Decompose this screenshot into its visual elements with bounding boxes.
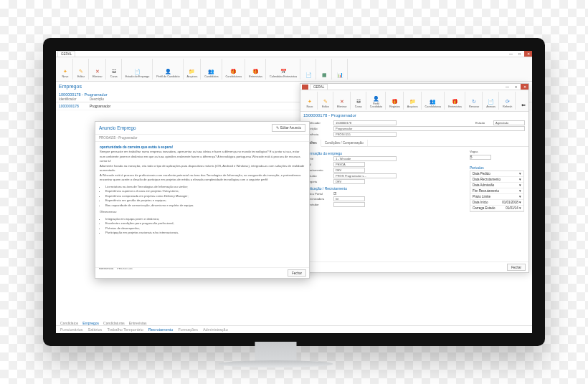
- Calendário
Entrevistas-icon: 📅: [280, 68, 287, 75]
- per-val: 01/01/2018 ▾: [502, 201, 521, 204]
- ribbon-lbl: Eliminar: [93, 76, 103, 79]
- icon-icon: 📄: [305, 72, 312, 79]
- ribbon-btn-12[interactable]: ▦: [319, 71, 329, 80]
- periodo-row[interactable]: Data Início01/01/2018 ▾: [470, 200, 523, 206]
- periodo-row[interactable]: Data Pedido ▾: [470, 171, 523, 177]
- periodo-row[interactable]: Prazo Limite ▾: [470, 194, 523, 200]
- min-button[interactable]: —: [507, 51, 515, 57]
- ribbon-btn-Candidatos[interactable]: 👥Candidatos: [204, 67, 219, 80]
- inp-cat[interactable]: DEV: [333, 179, 365, 184]
- ribbon-btn-Entrevistas[interactable]: 🎁Entrevistas: [248, 67, 263, 80]
- inp-cliente[interactable]: 1 - Wincode: [333, 156, 397, 161]
- ribbon-btn-Arquivos[interactable]: 📁Arquivos: [407, 97, 419, 110]
- chk-portal[interactable]: ☑: [333, 191, 336, 196]
- tab-condicoes[interactable]: Condições / Compensação: [321, 140, 368, 146]
- ribbon-btn-Perfil
do Candidato[interactable]: 👤Perfil do Candidato: [156, 67, 180, 80]
- ribbon-btn-12[interactable]: ⬅: [518, 101, 528, 110]
- popup-p2: Altamente focada na inovação, cria todo …: [100, 164, 305, 173]
- ribbon-lbl: Calendário Entrevistas: [270, 76, 297, 79]
- ribbon-btn-Editar[interactable]: ✎Editar: [76, 67, 86, 80]
- offer-list: Integração em equipa jovem e dinâmica;Ex…: [105, 217, 305, 236]
- inp-prof[interactable]: PROG Programador s...: [333, 173, 397, 178]
- inp-vagas[interactable]: 5: [470, 155, 491, 160]
- per-lbl: Fim Recrutamento: [473, 189, 499, 193]
- detail-window: GERAL — □ ✕ ✦Novo✎Editar✕Eliminar☳Caras👤…: [300, 83, 529, 273]
- per-lbl: Carrega Estado: [473, 206, 495, 210]
- per-lbl: Prazo Limite: [473, 195, 490, 198]
- fld-ref[interactable]: PROG#155: [333, 132, 397, 137]
- ribbon-btn-Entrevistas[interactable]: 🎁Entrevistas: [447, 97, 463, 110]
- inp-recrut[interactable]: [333, 202, 365, 207]
- ribbon-btn-Caras[interactable]: ☳Caras: [109, 67, 119, 80]
- ribbon-btn-Novo[interactable]: ✦Novo: [305, 97, 315, 110]
- per-h: Periodos: [470, 165, 524, 170]
- detail-min[interactable]: —: [503, 84, 511, 90]
- ribbon-btn-Renovar[interactable]: ↻Renovar: [468, 97, 480, 110]
- fld-id[interactable]: 1500000178: [333, 120, 397, 125]
- main-ribbon: ✦Novo✎Editar✕Eliminar☳Caras📄Estado do Em…: [56, 57, 532, 82]
- ribbon-btn-Perfil
Candidato[interactable]: 👤Perfil Candidato: [369, 95, 383, 110]
- detail-tab[interactable]: GERAL: [310, 84, 328, 90]
- title-tab[interactable]: GERAL: [57, 51, 75, 57]
- inp-local[interactable]: PESOA: [333, 162, 365, 167]
- row-id[interactable]: 1000000178: [59, 104, 87, 108]
- ribbon-btn-Refresh[interactable]: ⟳Refresh: [502, 97, 513, 110]
- ribbon-btn-Candidaturas[interactable]: 👥Candidaturas: [425, 97, 442, 110]
- ribbon-lbl: Registos: [389, 106, 400, 109]
- Caras-icon: ☳: [110, 68, 118, 75]
- Entrevistas-icon: 🎁: [452, 98, 459, 105]
- ribbon-btn-11[interactable]: 📄: [303, 71, 313, 80]
- Perfil
do Candidato-icon: 👤: [164, 68, 171, 75]
- ribbon-btn-Arquivos[interactable]: 📁Arquivos: [186, 67, 199, 80]
- edit-anuncio-button[interactable]: ✎Editar Anuncio: [272, 124, 305, 132]
- Editar-icon: ✎: [77, 68, 85, 75]
- fld-desc[interactable]: Programador: [333, 126, 525, 131]
- Candidatos-icon: 👥: [208, 68, 215, 75]
- edit-lbl: Editar Anuncio: [280, 126, 301, 130]
- nav-recrutamento[interactable]: Recrutamento: [148, 327, 174, 332]
- bottom-nav: Funcionários Salários Trabalho Temporári…: [56, 325, 532, 333]
- per-val: ▾: [519, 178, 521, 181]
- Registos-icon: 🎁: [391, 98, 398, 105]
- Candidaturas-icon: 🎁: [230, 68, 237, 75]
- main-titlebar: GERAL — □ ✕: [56, 51, 532, 57]
- ribbon-btn-Estado do
Emprego[interactable]: 📄Estado do Emprego: [125, 67, 151, 80]
- nav-trabalho[interactable]: Trabalho Temporário: [107, 327, 143, 332]
- ribbon-btn-Eliminar[interactable]: ✕Eliminar: [92, 67, 103, 80]
- ribbon-lbl: Candidaturas: [425, 106, 442, 109]
- ribbon-btn-Caras[interactable]: ☳Caras: [354, 97, 364, 110]
- detail-max[interactable]: □: [512, 84, 520, 90]
- ribbon-btn-Editar[interactable]: ✎Editar: [321, 97, 331, 110]
- detail-subtabs: Detalhes Condições / Compensação: [300, 140, 528, 147]
- detail-close[interactable]: ✕: [521, 84, 528, 90]
- popup-close-btn[interactable]: Fechar: [288, 269, 306, 277]
- ribbon-lbl: Eliminar: [337, 106, 347, 109]
- periodo-row[interactable]: Data Admissão ▾: [470, 183, 523, 188]
- max-button[interactable]: □: [516, 51, 523, 57]
- per-val: ▾: [519, 172, 521, 176]
- periodo-row[interactable]: Data Recrutamento ▾: [470, 177, 523, 183]
- detail-close-btn[interactable]: Fechar: [507, 264, 526, 271]
- close-button[interactable]: ✕: [524, 51, 532, 57]
- periodo-row[interactable]: Fim Recrutamento ▾: [470, 188, 523, 194]
- vagas-lbl: Vagas: [470, 150, 478, 153]
- anuncio-popup: Anuncio Emprego ✎Editar Anuncio PROG#155…: [95, 121, 310, 279]
- nav-salarios[interactable]: Salários: [88, 327, 103, 332]
- nav-administracao[interactable]: Administração: [203, 327, 228, 332]
- Novo-icon: ✦: [62, 68, 69, 75]
- ribbon-btn-Anexos[interactable]: 📄Anexos: [485, 97, 496, 110]
- Candidaturas-icon: 👥: [430, 98, 437, 105]
- inp-dep[interactable]: DEV: [333, 168, 365, 173]
- inp-erec[interactable]: Int: [333, 196, 365, 201]
- ribbon-btn-Calendário
Entrevistas[interactable]: 📅Calendário Entrevistas: [269, 67, 298, 80]
- ribbon-btn-Eliminar[interactable]: ✕Eliminar: [336, 97, 348, 110]
- periodo-row[interactable]: Carrega Estado01/01/14 ▾: [470, 206, 523, 211]
- nav-funcionarios[interactable]: Funcionários: [60, 327, 83, 332]
- nav-formacoes[interactable]: Formações: [178, 327, 198, 332]
- ribbon-btn-13[interactable]: 📊: [335, 71, 345, 80]
- col-desc: Descrição: [90, 97, 125, 101]
- fld-est[interactable]: Agendado: [493, 120, 525, 125]
- ribbon-btn-Candidaturas[interactable]: 🎁Candidaturas: [225, 67, 243, 80]
- ribbon-btn-Registos[interactable]: 🎁Registos: [389, 97, 401, 110]
- ribbon-btn-Novo[interactable]: ✦Novo: [60, 67, 70, 80]
